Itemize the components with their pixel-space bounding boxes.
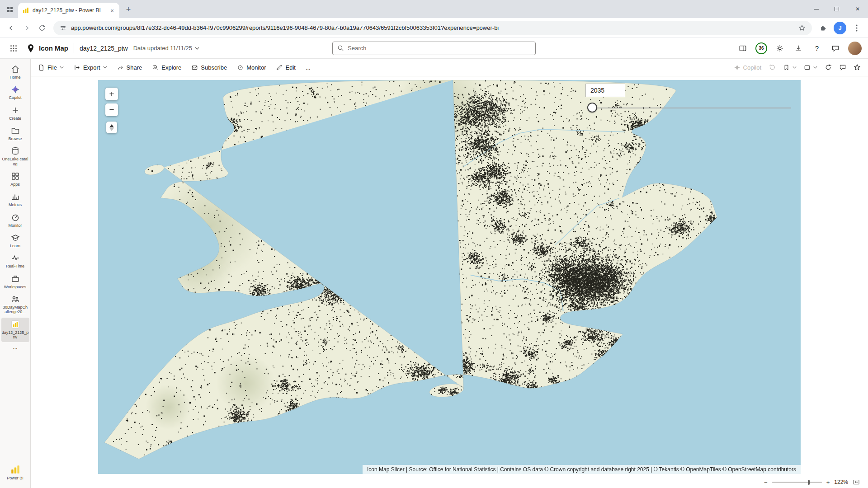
reload-icon (38, 24, 46, 32)
sidebar-item-copilot[interactable]: Copilot (1, 83, 29, 102)
forward-button[interactable] (20, 21, 33, 35)
sidebar-item-day12-report[interactable]: day12_2125_ptw (1, 318, 29, 342)
map-zoom-out-button[interactable]: − (105, 103, 118, 116)
power-bi-logo (10, 465, 20, 474)
sidebar-item-learn[interactable]: Learn (1, 231, 29, 250)
site-info-icon[interactable] (60, 24, 66, 31)
bookmarks-button[interactable] (783, 64, 797, 71)
browser-menu-button[interactable] (850, 21, 863, 35)
chevron-down-icon (103, 66, 107, 69)
sidebar-item-label: day12_2125_ptw (2, 330, 29, 340)
sidebar-item-workspaces[interactable]: Workspaces (1, 272, 29, 291)
file-icon (38, 64, 45, 71)
reset-view-button[interactable] (769, 64, 776, 71)
sidebar-item-onelake-catalog[interactable]: OneLake catalog (1, 144, 29, 169)
map-pitch-control[interactable] (106, 122, 117, 133)
report-chart-icon (11, 320, 20, 329)
brand[interactable]: Icon Map (26, 44, 68, 53)
pane-toggle-button[interactable] (737, 42, 749, 54)
icon-map-visual[interactable]: + − Icon Map Slicer | Source: Office for… (98, 80, 801, 474)
browser-tab[interactable]: day12_2125_ptw - Power BI × (18, 3, 119, 18)
new-tab-button[interactable]: + (122, 3, 135, 16)
tab-actions-icon[interactable] (4, 3, 16, 16)
help-button[interactable]: ? (811, 42, 823, 54)
year-slicer-track[interactable] (592, 108, 791, 108)
chevron-down-icon (813, 66, 817, 69)
back-button[interactable] (5, 21, 18, 35)
sidebar-item-metrics[interactable]: Metrics (1, 190, 29, 209)
feedback-button[interactable] (830, 42, 841, 54)
sidebar-item-home[interactable]: Home (1, 62, 29, 82)
sidebar-item-browse[interactable]: Browse (1, 124, 29, 143)
edit-button[interactable]: Edit (276, 64, 295, 71)
user-avatar[interactable] (848, 42, 862, 55)
data-updated-dropdown[interactable]: Data updated 11/11/25 (133, 45, 199, 52)
fit-to-page-icon[interactable] (853, 479, 860, 486)
waffle-icon (10, 45, 17, 52)
pulse-icon (11, 253, 20, 263)
favorite-button[interactable] (854, 64, 861, 71)
trial-countdown-badge[interactable]: 36 (755, 42, 767, 54)
global-search[interactable] (332, 42, 536, 55)
settings-gear-icon (776, 44, 784, 52)
copilot-icon (11, 85, 20, 94)
comments-button[interactable] (839, 64, 846, 71)
page-zoom-handle[interactable] (808, 480, 810, 485)
header-actions: 36 ? (737, 42, 862, 55)
gauge-icon (11, 213, 20, 222)
page-zoom-slider[interactable] (772, 482, 822, 483)
export-label: Export (83, 64, 100, 71)
share-button[interactable]: Share (117, 64, 142, 71)
share-label: Share (127, 64, 142, 71)
browser-profile-avatar[interactable]: J (834, 22, 846, 34)
bookmark-star-icon[interactable] (798, 24, 806, 32)
download-button[interactable] (793, 42, 804, 54)
page-zoom-out-button[interactable]: − (764, 479, 768, 486)
sidebar-item-label: Real-Time (6, 264, 24, 268)
sidebar-more-button[interactable]: ... (13, 343, 17, 353)
sidebar-item-label: Metrics (9, 202, 22, 207)
settings-button[interactable] (774, 42, 786, 54)
metrics-icon (11, 192, 20, 201)
powerbi-favicon (23, 7, 29, 14)
search-input[interactable] (348, 45, 531, 52)
monitor-button[interactable]: Monitor (237, 64, 266, 71)
year-slicer-input[interactable] (585, 84, 625, 97)
url-bar[interactable]: app.powerbi.com/groups/8f17e332-dc46-49d… (53, 21, 812, 35)
page-zoom-in-button[interactable]: + (826, 479, 830, 486)
explore-icon (152, 64, 159, 71)
forward-arrow-icon (23, 24, 30, 32)
export-menu[interactable]: Export (74, 64, 107, 71)
undo-icon (769, 64, 776, 71)
reload-button[interactable] (35, 21, 49, 35)
toolbar-right-actions: Copilot (734, 64, 861, 71)
year-slicer-handle[interactable] (587, 103, 597, 113)
extensions-button[interactable] (816, 21, 830, 35)
url-text[interactable]: app.powerbi.com/groups/8f17e332-dc46-49d… (71, 24, 794, 31)
product-label: Power BI (7, 476, 24, 480)
subscribe-button[interactable]: Subscribe (191, 64, 227, 71)
map-zoom-in-button[interactable]: + (105, 88, 118, 100)
explore-button[interactable]: Explore (152, 64, 181, 71)
sidebar-item-create[interactable]: Create (1, 103, 29, 123)
refresh-button[interactable] (825, 64, 832, 71)
tab-title: day12_2125_ptw - Power BI (33, 7, 105, 14)
window-minimize-button[interactable] (806, 0, 826, 18)
copilot-button[interactable]: Copilot (734, 64, 761, 71)
tab-close-icon[interactable]: × (108, 7, 116, 14)
sidebar-item-apps[interactable]: Apps (1, 169, 29, 189)
app-launcher-button[interactable] (6, 41, 21, 56)
window-maximize-button[interactable] (826, 0, 847, 18)
data-updated-label: Data updated 11/11/25 (133, 45, 192, 52)
sidebar-item-workspace-30daymapchallenge[interactable]: 30DayMapChallenge20... (1, 292, 29, 317)
sidebar-item-monitor[interactable]: Monitor (1, 211, 29, 230)
monitor-label: Monitor (246, 64, 266, 71)
view-menu[interactable] (804, 64, 817, 71)
toolbar-more-button[interactable]: ... (306, 64, 311, 71)
subscribe-label: Subscribe (201, 64, 227, 71)
sidebar-item-real-time[interactable]: Real-Time (1, 251, 29, 271)
product-switcher-power-bi[interactable]: Power BI (1, 462, 29, 483)
file-menu[interactable]: File (38, 64, 64, 71)
map-canvas[interactable] (98, 80, 801, 474)
window-close-button[interactable]: ✕ (847, 0, 868, 18)
